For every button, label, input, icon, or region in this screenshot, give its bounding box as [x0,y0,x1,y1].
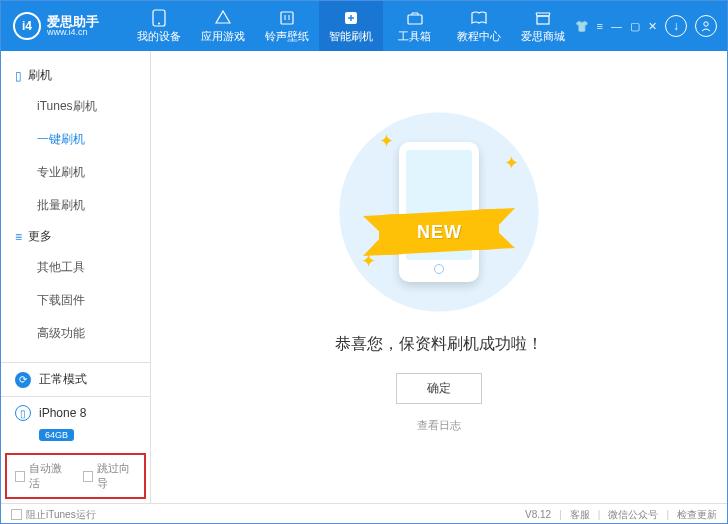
nav-label: 智能刷机 [329,29,373,44]
phone-icon [150,9,168,27]
support-link[interactable]: 客服 [570,508,590,522]
block-itunes-checkbox[interactable]: 阻止iTunes运行 [11,508,96,522]
device-row[interactable]: ▯ iPhone 8 64GB [1,396,150,449]
logo-url: www.i4.cn [47,28,99,37]
update-link[interactable]: 检查更新 [677,508,717,522]
nav-label: 铃声壁纸 [265,29,309,44]
device-name: iPhone 8 [39,406,86,420]
phone-small-icon: ▯ [15,69,22,83]
nav-apps[interactable]: 应用游戏 [191,1,255,51]
svg-rect-5 [537,16,549,24]
sidebar-item-pro-flash[interactable]: 专业刷机 [1,156,150,189]
checkbox-label: 自动激活 [29,461,68,491]
nav-flash[interactable]: 智能刷机 [319,1,383,51]
book-icon [470,9,488,27]
app-header: i4 爱思助手 www.i4.cn 我的设备 应用游戏 铃声壁纸 [1,1,727,51]
success-illustration: ✦ ✦ ✦ NEW [339,112,539,312]
skin-icon[interactable]: 👕 [575,20,589,33]
close-icon[interactable]: ✕ [648,20,657,33]
logo-area: i4 爱思助手 www.i4.cn [1,12,127,40]
sidebar-group-more[interactable]: ≡ 更多 [1,222,150,251]
nav-label: 应用游戏 [201,29,245,44]
nav-tutorials[interactable]: 教程中心 [447,1,511,51]
nav-label: 爱思商城 [521,29,565,44]
wechat-link[interactable]: 微信公众号 [608,508,658,522]
svg-point-6 [704,22,708,26]
status-bar: 阻止iTunes运行 V8.12 | 客服 | 微信公众号 | 检查更新 [1,503,727,524]
ok-button[interactable]: 确定 [396,373,482,404]
nav-store[interactable]: 爱思商城 [511,1,575,51]
minimize-icon[interactable]: — [611,20,622,32]
store-icon [534,9,552,27]
group-title: 刷机 [28,67,52,84]
skip-wizard-checkbox[interactable]: 跳过向导 [83,461,137,491]
ribbon-text: NEW [417,221,462,242]
sidebar-item-advanced[interactable]: 高级功能 [1,317,150,350]
view-log-link[interactable]: 查看日志 [417,418,461,433]
sidebar-item-download-fw[interactable]: 下载固件 [1,284,150,317]
nav-label: 教程中心 [457,29,501,44]
sidebar-item-itunes-flash[interactable]: iTunes刷机 [1,90,150,123]
version-label: V8.12 [525,509,551,520]
mode-row[interactable]: ⟳ 正常模式 [1,363,150,396]
user-icon[interactable] [695,15,717,37]
menu-icon[interactable]: ≡ [597,20,603,32]
refresh-icon: ⟳ [15,372,31,388]
checkbox-label: 阻止iTunes运行 [26,508,96,522]
nav-label: 工具箱 [398,29,431,44]
logo-icon: i4 [13,12,41,40]
checkbox-icon [11,509,22,520]
sidebar-group-flash[interactable]: ▯ 刷机 [1,61,150,90]
sparkle-icon: ✦ [504,152,519,174]
apps-icon [214,9,232,27]
download-icon[interactable]: ↓ [665,15,687,37]
music-icon [278,9,296,27]
main-content: ✦ ✦ ✦ NEW 恭喜您，保资料刷机成功啦！ 确定 查看日志 [151,51,727,503]
sidebar-item-other-tools[interactable]: 其他工具 [1,251,150,284]
mode-label: 正常模式 [39,371,87,388]
sidebar: ▯ 刷机 iTunes刷机 一键刷机 专业刷机 批量刷机 ≡ 更多 其他工具 下… [1,51,151,503]
checkbox-label: 跳过向导 [97,461,136,491]
top-nav: 我的设备 应用游戏 铃声壁纸 智能刷机 工具箱 [127,1,575,51]
nav-my-device[interactable]: 我的设备 [127,1,191,51]
device-icon: ▯ [15,405,31,421]
nav-ringtones[interactable]: 铃声壁纸 [255,1,319,51]
window-controls: 👕 ≡ — ▢ ✕ ↓ [575,15,727,37]
new-ribbon: NEW [379,208,499,254]
checkbox-icon [83,471,93,482]
flash-options-highlight: 自动激活 跳过向导 [5,453,146,499]
maximize-icon[interactable]: ▢ [630,20,640,33]
sparkle-icon: ✦ [379,130,394,152]
nav-label: 我的设备 [137,29,181,44]
auto-activate-checkbox[interactable]: 自动激活 [15,461,69,491]
checkbox-icon [15,471,25,482]
nav-toolbox[interactable]: 工具箱 [383,1,447,51]
storage-badge: 64GB [39,429,74,441]
sidebar-item-onekey-flash[interactable]: 一键刷机 [1,123,150,156]
list-icon: ≡ [15,230,22,244]
success-message: 恭喜您，保资料刷机成功啦！ [335,334,543,355]
sidebar-item-batch-flash[interactable]: 批量刷机 [1,189,150,222]
group-title: 更多 [28,228,52,245]
flash-icon [342,9,360,27]
svg-rect-4 [408,15,422,24]
svg-rect-2 [281,12,293,24]
toolbox-icon [406,9,424,27]
svg-point-1 [158,22,160,24]
